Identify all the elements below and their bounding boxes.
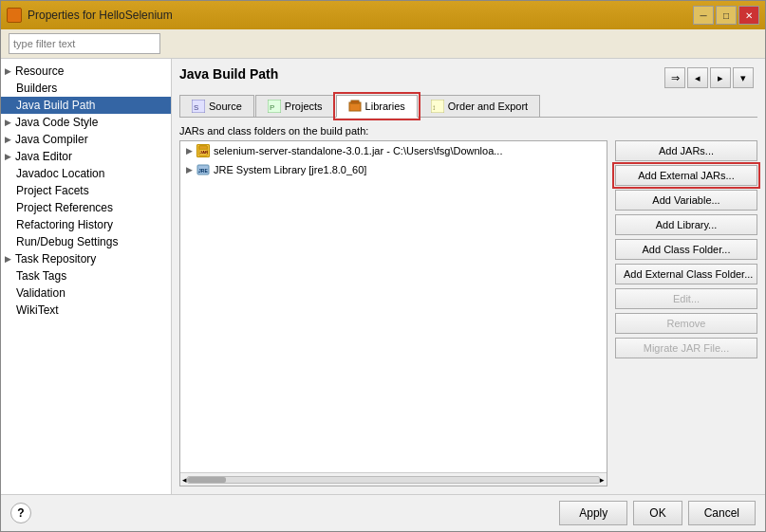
arrow-icon: ▶ bbox=[5, 118, 11, 127]
nav-dropdown-button[interactable]: ⇒ bbox=[664, 67, 685, 88]
svg-text:S: S bbox=[194, 103, 198, 112]
add-library-button[interactable]: Add Library... bbox=[615, 214, 757, 235]
sidebar-item-label: Task Repository bbox=[15, 252, 96, 266]
title-bar-buttons: ─ □ ✕ bbox=[693, 6, 759, 25]
sidebar-item-resource[interactable]: ▶ Resource bbox=[1, 63, 171, 80]
dropdown-icon: ▾ bbox=[740, 72, 746, 84]
sidebar-item-refactoring-history[interactable]: Refactoring History bbox=[1, 216, 171, 233]
tree-panel: ▶ JAR selenium-server-standalone-3.0.1.j… bbox=[179, 140, 607, 486]
window-title: Properties for HelloSelenium bbox=[28, 9, 173, 22]
sidebar: ▶ Resource Builders Java Build Path ▶ Ja… bbox=[1, 59, 172, 494]
svg-text:P: P bbox=[270, 103, 274, 112]
sidebar-item-java-build-path[interactable]: Java Build Path bbox=[1, 97, 171, 114]
sidebar-item-validation[interactable]: Validation bbox=[1, 284, 171, 302]
buttons-panel: Add JARs... Add External JARs... Add Var… bbox=[615, 140, 757, 486]
sidebar-item-run-debug-settings[interactable]: Run/Debug Settings bbox=[1, 233, 171, 250]
sidebar-item-label: Run/Debug Settings bbox=[16, 235, 118, 248]
sidebar-item-builders[interactable]: Builders bbox=[1, 80, 171, 97]
arrow-icon: ▶ bbox=[5, 254, 11, 264]
tab-libraries-label: Libraries bbox=[365, 101, 405, 112]
jar-icon: JAR bbox=[196, 144, 210, 157]
jre-icon: JRE bbox=[196, 163, 210, 176]
bottom-left: ? bbox=[10, 503, 31, 523]
page-title: Java Build Path bbox=[179, 66, 278, 82]
tab-projects-label: Projects bbox=[285, 101, 323, 112]
svg-text:↕: ↕ bbox=[432, 103, 436, 112]
filter-bar bbox=[1, 29, 765, 59]
bottom-bar: ? Apply OK Cancel bbox=[1, 494, 765, 531]
sidebar-item-wikitext[interactable]: WikiText bbox=[1, 302, 171, 319]
sidebar-item-label: Project References bbox=[16, 201, 113, 214]
sidebar-item-label: Task Tags bbox=[16, 269, 66, 283]
source-tab-icon: S bbox=[192, 100, 205, 113]
nav-back-button[interactable]: ◂ bbox=[687, 67, 708, 88]
projects-tab-icon: P bbox=[268, 100, 281, 113]
minimize-button[interactable]: ─ bbox=[693, 6, 714, 25]
maximize-button[interactable]: □ bbox=[716, 6, 737, 25]
title-bar: Properties for HelloSelenium ─ □ ✕ bbox=[1, 1, 765, 29]
add-jars-button[interactable]: Add JARs... bbox=[615, 140, 757, 161]
apply-button[interactable]: Apply bbox=[559, 501, 627, 525]
sidebar-item-java-compiler[interactable]: ▶ Java Compiler bbox=[1, 131, 171, 148]
ok-button[interactable]: OK bbox=[633, 501, 682, 525]
filter-input[interactable] bbox=[9, 33, 160, 54]
close-button[interactable]: ✕ bbox=[738, 6, 759, 25]
sidebar-item-label: Java Editor bbox=[15, 150, 72, 163]
sidebar-item-label: Java Code Style bbox=[15, 116, 98, 129]
edit-button[interactable]: Edit... bbox=[615, 288, 757, 309]
sidebar-item-label: Project Facets bbox=[16, 184, 89, 197]
sidebar-item-project-references[interactable]: Project References bbox=[1, 199, 171, 216]
sidebar-item-label: Builders bbox=[16, 82, 57, 95]
sidebar-item-label: Validation bbox=[16, 286, 65, 300]
add-variable-button[interactable]: Add Variable... bbox=[615, 190, 757, 211]
sidebar-item-label: Java Compiler bbox=[15, 133, 88, 146]
tree-arrow-icon: ▶ bbox=[186, 146, 193, 156]
svg-text:JRE: JRE bbox=[198, 168, 208, 174]
jars-label: JARs and class folders on the build path… bbox=[179, 125, 757, 137]
arrow-icon: ▶ bbox=[5, 152, 11, 161]
title-bar-left: Properties for HelloSelenium bbox=[7, 8, 173, 23]
remove-button[interactable]: Remove bbox=[615, 313, 757, 334]
build-path-content: JARs and class folders on the build path… bbox=[179, 125, 757, 486]
sidebar-item-label: Javadoc Location bbox=[16, 167, 104, 180]
sidebar-item-task-repository[interactable]: ▶ Task Repository bbox=[1, 250, 171, 267]
tab-source[interactable]: S Source bbox=[179, 95, 254, 117]
jars-area: ▶ JAR selenium-server-standalone-3.0.1.j… bbox=[179, 140, 757, 486]
migrate-jar-button[interactable]: Migrate JAR File... bbox=[615, 338, 757, 358]
app-icon bbox=[7, 8, 22, 23]
tab-order-export[interactable]: ↕ Order and Export bbox=[419, 95, 540, 117]
cancel-button[interactable]: Cancel bbox=[688, 501, 756, 525]
tree-arrow-icon: ▶ bbox=[186, 165, 193, 174]
sidebar-item-task-tags[interactable]: Task Tags bbox=[1, 267, 171, 284]
sidebar-item-label: Refactoring History bbox=[16, 218, 113, 231]
sidebar-item-java-code-style[interactable]: ▶ Java Code Style bbox=[1, 114, 171, 131]
tree-item-jre-library[interactable]: ▶ JRE JRE System Library [jre1.8.0_60] bbox=[180, 160, 607, 179]
svg-text:JAR: JAR bbox=[200, 150, 209, 155]
forward-icon: ▸ bbox=[718, 72, 723, 84]
sidebar-item-javadoc-location[interactable]: Javadoc Location bbox=[1, 165, 171, 182]
sidebar-item-label: Resource bbox=[15, 64, 64, 78]
properties-window: Properties for HelloSelenium ─ □ ✕ ▶ Res… bbox=[0, 0, 766, 532]
nav-forward-button[interactable]: ▸ bbox=[710, 67, 731, 88]
arrow-icon: ▶ bbox=[5, 66, 11, 76]
scrollbar-track[interactable] bbox=[187, 476, 600, 484]
tree-item-selenium-label: selenium-server-standalone-3.0.1.jar - C… bbox=[214, 145, 502, 156]
sidebar-item-project-facets[interactable]: Project Facets bbox=[1, 182, 171, 199]
nav-dropdown-icon: ⇒ bbox=[671, 72, 680, 84]
sidebar-item-label: Java Build Path bbox=[16, 99, 95, 112]
tab-source-label: Source bbox=[209, 101, 242, 112]
scroll-right-icon[interactable]: ▸ bbox=[600, 475, 605, 485]
tab-libraries[interactable]: Libraries bbox=[336, 95, 418, 118]
horizontal-scrollbar[interactable]: ◂ ▸ bbox=[180, 472, 607, 486]
scrollbar-thumb[interactable] bbox=[188, 477, 226, 483]
add-class-folder-button[interactable]: Add Class Folder... bbox=[615, 239, 757, 260]
nav-menu-button[interactable]: ▾ bbox=[733, 67, 754, 88]
tab-projects[interactable]: P Projects bbox=[255, 95, 335, 117]
help-button[interactable]: ? bbox=[10, 503, 31, 523]
add-external-jars-button[interactable]: Add External JARs... bbox=[615, 165, 757, 186]
tree-item-jre-label: JRE System Library [jre1.8.0_60] bbox=[214, 164, 366, 175]
bottom-right: Apply OK Cancel bbox=[559, 501, 756, 525]
sidebar-item-java-editor[interactable]: ▶ Java Editor bbox=[1, 148, 171, 165]
tree-item-selenium-jar[interactable]: ▶ JAR selenium-server-standalone-3.0.1.j… bbox=[180, 141, 607, 160]
add-external-class-folder-button[interactable]: Add External Class Folder... bbox=[615, 264, 757, 284]
